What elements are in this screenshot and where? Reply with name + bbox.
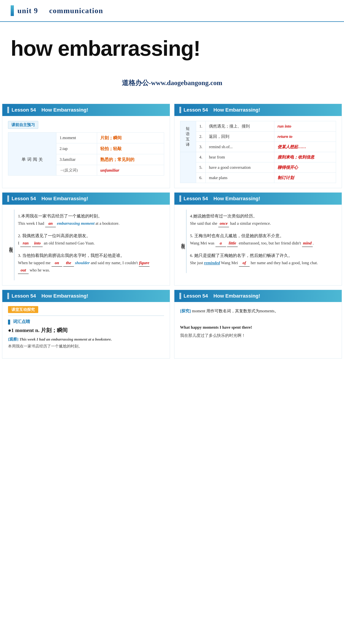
section-tag: 课前自主预习 <box>8 121 38 129</box>
phrases-table: 短语互译 1. 偶然遇见；撞上、撞到 run into 2. 返回，回到 ret… <box>180 121 336 183</box>
sentence-4-en: She said that she once had a similar exp… <box>190 220 333 227</box>
panel-2-header: Lesson 54 How Embarrassing! <box>174 104 342 116</box>
phrase-num-5: 5. <box>196 162 206 173</box>
side-label: 单词阅关 <box>8 132 56 176</box>
explore-label: [探究] <box>180 309 191 313</box>
header-accent-block <box>11 5 14 16</box>
vocab-antonym-val: unfamiliar <box>97 165 164 176</box>
panel-3-body: 句型在线 1.本周我在一家书店经历了一个尴尬的时刻。 This week I h… <box>2 205 170 285</box>
panel-header-block <box>7 107 9 113</box>
phrase-fill-5: 聊得很开心 <box>274 162 336 173</box>
sentence-grid-3: 句型在线 1.本周我在一家书店经历了一个尴尬的时刻。 This week I h… <box>8 210 164 280</box>
phrase-num-6: 6. <box>196 173 206 183</box>
vocab-note-5: [观察] This week I had an embarrassing mom… <box>8 336 164 350</box>
divider-5 <box>8 316 164 316</box>
phrase-side-label-1: 短语互译 <box>180 121 196 152</box>
phrase-row-4: 4. hear from 接到来电；收到信息 <box>180 152 336 162</box>
phrase-row-6: 6. make plans 制订计划 <box>180 173 336 183</box>
sentence-5-zh: 5. 王梅当时也有点儿尴尬，但是她的朋友不介意。 <box>190 233 333 238</box>
phrase-num-2: 2. <box>196 132 206 142</box>
sentence-6-zh: 6. 她只是提醒了王梅她的名字，然后她们畅谈了许久。 <box>190 253 333 258</box>
observe-en: This week I had an embarrassing moment a… <box>19 337 112 342</box>
phrase-row-header: 短语互译 1. 偶然遇见；撞上、撞到 run into <box>180 121 336 132</box>
section-tag-5: 课堂互动探究 <box>8 306 38 313</box>
panel-4-header: Lesson 54 How Embarrassing! <box>174 192 342 205</box>
phrase-num-3: 3. <box>196 142 206 152</box>
panel-3-header: Lesson 54 How Embarrassing! <box>2 192 170 205</box>
panel-6-body: [探究] moment 用作可数名词，其复数形式为moments。 What h… <box>174 302 342 345</box>
vocab-section-tag-5: 词汇点睛 <box>8 319 164 324</box>
phrase-num-4: 4. <box>196 152 206 162</box>
vocab-num-2: 2.tap <box>56 143 97 154</box>
example-zh: 我在那儿度过了多么快乐的时光啊！ <box>180 333 245 338</box>
panel-6-lesson: Lesson 54 How Embarrassing! <box>184 293 260 299</box>
panel-2-lesson: Lesson 54 How Embarrassing! <box>184 107 260 113</box>
observe-label: [观察] <box>8 337 19 342</box>
sentence-2-zh: 2. 我偶然遇见了一位叫高原的老朋友。 <box>18 233 161 238</box>
panel-header-block-4 <box>179 196 181 202</box>
hero-title: how embarrassing! <box>11 36 333 60</box>
vocab-val-2: 轻拍；轻敲 <box>97 143 164 154</box>
sentence-content-3: 1.本周我在一家书店经历了一个尴尬的时刻。 This week I had an… <box>15 210 164 280</box>
sentence-3-block: 3. 当他拍着我的肩膀说出我的名字时，我想不起他是谁。 When he tapp… <box>18 251 161 275</box>
panel-6-header: Lesson 54 How Embarrassing! <box>174 290 342 302</box>
sentence-3-zh: 3. 当他拍着我的肩膀说出我的名字时，我想不起他是谁。 <box>18 253 161 258</box>
vocab-section-5: 词汇点睛 ●1 moment n. 片刻；瞬间 [观察] This week I… <box>8 319 164 350</box>
vocab-heading-5: ●1 moment n. 片刻；瞬间 <box>8 327 164 334</box>
phrase-fill-1: run into <box>274 121 336 132</box>
main-grid: Lesson 54 How Embarrassing! 课前自主预习 单词阅关 … <box>0 102 344 361</box>
panel-1-lesson: Lesson 54 How Embarrassing! <box>12 107 88 113</box>
panel-4: Lesson 54 How Embarrassing! 句型在线 4.她说她曾经… <box>174 192 342 286</box>
panel-5-header: Lesson 54 How Embarrassing! <box>2 290 170 302</box>
observe-zh: 本周我在一家书店经历了一个尴尬的时刻。 <box>8 344 82 348</box>
sentence-5-block: 5. 王梅当时也有点儿尴尬，但是她的朋友不介意。 Wang Mei was a … <box>190 232 333 248</box>
vocab-row-1: 单词阅关 1.moment 片刻；瞬间 <box>8 132 164 143</box>
phrase-fill-4: 接到来电；收到信息 <box>274 152 336 162</box>
phrase-en-6: make plans <box>206 173 274 183</box>
panel-1: Lesson 54 How Embarrassing! 课前自主预习 单词阅关 … <box>2 104 170 188</box>
phrase-en-3: remind sb.of... <box>206 142 274 152</box>
phrase-en-2: 返回，回到 <box>206 132 274 142</box>
panel-1-header: Lesson 54 How Embarrassing! <box>2 104 170 116</box>
vocab-table: 单词阅关 1.moment 片刻；瞬间 2.tap 轻拍；轻敲 3.famili… <box>8 132 164 176</box>
phrase-fill-2: return to <box>274 132 336 142</box>
sentence-side-label-4: 句型在线 <box>180 210 186 273</box>
hero-section: how embarrassing! <box>0 22 344 68</box>
vocab-val-3: 熟悉的；常见到的 <box>97 154 164 165</box>
phrase-row-5: 5. have a good conversation 聊得很开心 <box>180 162 336 173</box>
panel-6: Lesson 54 How Embarrassing! [探究] moment … <box>174 290 342 358</box>
sentence-4-zh: 4.她说她曾经有过一次类似的经历。 <box>190 213 333 219</box>
sentence-grid-4: 句型在线 4.她说她曾经有过一次类似的经历。 She said that she… <box>180 210 336 273</box>
vocab-antonym-label: →(反义词) <box>56 165 97 176</box>
explore-content-6: [探究] moment 用作可数名词，其复数形式为moments。 What h… <box>180 307 336 340</box>
vocab-num-1: 1.moment <box>56 132 97 143</box>
topic-label: communication <box>49 6 103 15</box>
section-tag-wrapper-5: 课堂互动探究 <box>8 307 164 312</box>
phrase-en-1: 偶然遇见；撞上、撞到 <box>206 121 274 132</box>
sentence-1-zh: 1.本周我在一家书店经历了一个尴尬的时刻。 <box>18 213 161 219</box>
panel-1-body: 课前自主预习 单词阅关 1.moment 片刻；瞬间 2.tap 轻拍；轻敲 3… <box>2 116 170 180</box>
header: unit 9 communication <box>0 0 344 22</box>
subtitle: 道格办公-www.daogebangong.com <box>0 68 344 102</box>
phrase-num-1: 1. <box>196 121 206 132</box>
header-title: unit 9 communication <box>18 6 103 15</box>
explore-text: moment 用作可数名词，其复数形式为moments。 <box>192 309 279 313</box>
sentence-3-en: When he tapped me on the shoulder and sa… <box>18 260 161 274</box>
phrase-en-4: hear from <box>206 152 274 162</box>
panel-2: Lesson 54 How Embarrassing! 短语互译 1. 偶然遇见… <box>174 104 342 188</box>
sentence-5-en: Wang Mei was a little embarrassed, too, … <box>190 240 333 247</box>
sentence-4-block: 4.她说她曾经有过一次类似的经历。 She said that she once… <box>190 212 333 229</box>
vocab-val-1: 片刻；瞬间 <box>97 132 164 143</box>
panel-header-block-2 <box>179 107 181 113</box>
phrase-fill-6: 制订计划 <box>274 173 336 183</box>
panel-3: Lesson 54 How Embarrassing! 句型在线 1.本周我在一… <box>2 192 170 286</box>
vocab-num-3: 3.familiar <box>56 154 97 165</box>
panel-header-block-6 <box>179 293 181 299</box>
sentence-side-label-3: 句型在线 <box>8 210 15 280</box>
section-tag-row: 课前自主预习 <box>8 121 164 129</box>
sentence-6-en: She just reminded Wang Mei of her name a… <box>190 260 333 267</box>
panel-5-body: 课堂互动探究 词汇点睛 ●1 moment n. 片刻；瞬间 [观察] This… <box>2 302 170 358</box>
phrase-en-5: have a good conversation <box>206 162 274 173</box>
phrase-side-label-2 <box>180 152 196 183</box>
panel-5: Lesson 54 How Embarrassing! 课堂互动探究 词汇点睛 … <box>2 290 170 358</box>
